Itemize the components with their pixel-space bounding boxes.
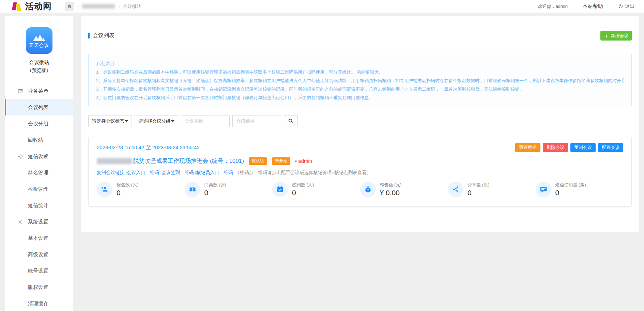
app-name: 天天会议 xyxy=(29,43,49,49)
notes-box: 几点说明： 1、会议签到二维码会在后期的版本中移除，可以使用核销管理里的核销点列… xyxy=(88,54,632,106)
sidebar-item-copyright-settings[interactable]: 版权设置 xyxy=(5,279,73,295)
sidebar-item-meeting-list[interactable]: 会议列表 xyxy=(5,99,73,115)
group-badge: 默认组 xyxy=(249,157,267,165)
links-note: （核销点二维码请点击配置会议后选择核销管理>核销点列表查看） xyxy=(235,170,371,176)
ticket-icon xyxy=(185,182,200,197)
copy-meeting-link[interactable]: 复制会议链接 xyxy=(97,170,127,176)
add-meeting-button[interactable]: ＋ 新增会议 xyxy=(600,31,632,41)
meeting-title-redacted xyxy=(97,158,132,164)
sidebar-site-subtitle: （预览版） xyxy=(5,67,73,74)
stat-sales: ¥ 销售额 (元) ¥ 0.00 xyxy=(360,182,448,197)
search-button[interactable] xyxy=(284,115,298,127)
notes-line: 3、开启多次核销后，报名管理列表只显示首次签到时间，在核销记录列表会记录每次核销… xyxy=(96,85,624,93)
site-help-link[interactable]: 本站帮助 xyxy=(583,3,603,10)
meeting-code-input[interactable] xyxy=(232,115,281,127)
calendar-check-icon xyxy=(272,182,288,197)
breadcrumb-separator: › xyxy=(77,4,79,9)
notes-line: 1、会议签到二维码会在后期的版本中移除，可以使用核销管理里的核销点列表中获取多个… xyxy=(96,68,624,76)
owner-label: admin xyxy=(295,158,312,164)
sidebar-item-recycle-bin[interactable]: 回收站 xyxy=(5,132,73,148)
sidebar-item-account-settings[interactable]: 账号设置 xyxy=(5,263,73,279)
notes-title: 几点说明： xyxy=(96,59,624,68)
sidebar-divider xyxy=(5,80,73,80)
stat-checkins: 签到数 (人) 0 xyxy=(272,182,360,197)
configure-meeting-button[interactable]: 配置会议 xyxy=(598,143,623,152)
sidebar-item-clear-cache[interactable]: 清理缓存 xyxy=(5,295,73,311)
breadcrumb-separator: › xyxy=(118,4,120,9)
sidebar-menu: 业务菜单 会议列表 会议分组 回收站 短信设置 签名管理 模板管理 短信统计 系… xyxy=(5,83,73,311)
sidebar-site-title: 会议微站 xyxy=(5,59,73,66)
notes-line: 4、存在门票的会议在开启多次核销后，目前仅在第一次签到时把门票核销（修改订单状态… xyxy=(96,93,624,102)
logout-button[interactable]: 退出 xyxy=(618,3,634,10)
sidebar-section-business[interactable]: 业务菜单 xyxy=(5,83,73,99)
search-icon xyxy=(288,118,294,124)
reset-data-button[interactable]: 重置数据 xyxy=(515,143,540,152)
svg-text:¥: ¥ xyxy=(367,188,369,192)
share-icon xyxy=(448,182,463,197)
caret-down-icon xyxy=(171,120,174,122)
breadcrumb: › › 会议微站 xyxy=(65,2,141,11)
site-logo-icon xyxy=(12,2,22,11)
gear-icon xyxy=(17,219,23,225)
top-header: 活动网 › › 会议微站 欢迎你，admin 本站帮助 退出 xyxy=(0,0,644,13)
breadcrumb-redacted-text xyxy=(82,4,115,9)
plus-icon: ＋ xyxy=(604,33,609,38)
sidebar-item-sms-stats[interactable]: 短信统计 xyxy=(5,197,73,214)
meeting-checkin-qrcode-link[interactable]: 会议签到二维码 xyxy=(162,170,196,176)
meeting-group-select[interactable]: 请选择会议分组 xyxy=(135,115,178,127)
sms-icon xyxy=(536,182,551,197)
home-button[interactable] xyxy=(65,2,74,11)
page-title: 会议列表 xyxy=(88,32,114,39)
main-panel: 会议列表 ＋ 新增会议 几点说明： 1、会议签到二维码会在后期的版本中移除，可以… xyxy=(81,16,639,232)
sidebar-item-meeting-groups[interactable]: 会议分组 xyxy=(5,115,73,132)
delete-meeting-button[interactable]: 删除会议 xyxy=(543,143,568,152)
site-logo: 活动网 xyxy=(12,1,52,12)
copy-meeting-button[interactable]: 复制会议 xyxy=(570,143,596,152)
stat-sms-usage: 短信使用量 (条) 0 xyxy=(536,182,624,197)
meeting-status-select[interactable]: 请选择会议状态 xyxy=(88,115,132,127)
stat-registrations: 报名数 (人) 0 xyxy=(97,182,185,197)
gear-icon xyxy=(17,153,23,159)
meeting-card: 2023-02-23 15:00:42 至 2023-03-24 23:55:4… xyxy=(88,137,632,207)
sidebar-section-system-settings[interactable]: 系统设置 xyxy=(5,214,73,230)
meeting-title-link[interactable]: 脱贫攻坚成果工作现场推进会 (编号：1001) xyxy=(133,157,244,165)
verifier-entry-qrcode-link[interactable]: 核销员入口二维码 xyxy=(196,170,233,176)
meeting-entry-qrcode-link[interactable]: 会议入口二维码 xyxy=(127,170,162,176)
breadcrumb-current: 会议微站 xyxy=(123,3,141,10)
welcome-text: 欢迎你，admin xyxy=(538,3,568,10)
shop-icon xyxy=(17,88,23,94)
add-user-icon xyxy=(97,182,112,197)
status-badge: 未开始 xyxy=(272,157,290,165)
sidebar-item-basic-settings[interactable]: 基本设置 xyxy=(5,230,73,246)
app-logo: 天天会议 xyxy=(26,27,52,54)
stat-tickets: 门票数 (张) 0 xyxy=(185,182,273,197)
caret-down-icon xyxy=(125,120,128,122)
meeting-date-range: 2023-02-23 15:00:42 至 2023-03-24 23:55:4… xyxy=(97,144,200,151)
notes-line: 2、系统支持单个报名多次核销和直接核销（无需二次确认）以提高核销效率，多次核销在… xyxy=(96,76,624,85)
sidebar-item-signature-mgmt[interactable]: 签名管理 xyxy=(5,165,73,181)
home-icon xyxy=(67,4,72,9)
stat-shares: 分享量 (次) 0 xyxy=(448,182,536,197)
site-logo-text: 活动网 xyxy=(25,1,52,12)
meeting-name-input[interactable] xyxy=(181,115,230,127)
money-bag-icon: ¥ xyxy=(360,182,376,197)
sidebar-section-sms-settings[interactable]: 短信设置 xyxy=(5,148,73,165)
sidebar: 天天会议 会议微站 （预览版） 业务菜单 会议列表 会议分组 回收站 短信设置 … xyxy=(5,16,73,311)
sidebar-item-advanced-settings[interactable]: 高级设置 xyxy=(5,246,73,263)
sidebar-item-template-mgmt[interactable]: 模板管理 xyxy=(5,181,73,197)
mountain-logo-icon xyxy=(32,34,46,42)
power-icon xyxy=(618,4,623,9)
filter-bar: 请选择会议状态 请选择会议分组 xyxy=(88,115,632,127)
